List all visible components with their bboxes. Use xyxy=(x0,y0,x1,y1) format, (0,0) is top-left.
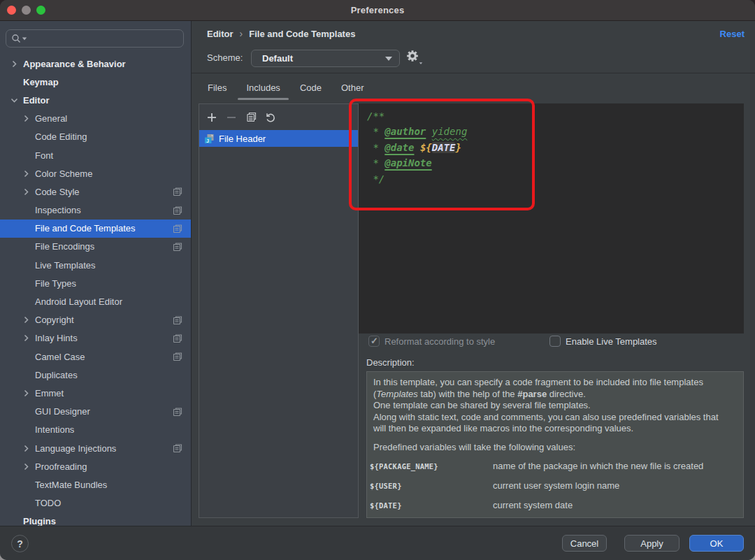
search-history-caret-icon[interactable] xyxy=(22,37,27,40)
minimize-window-button[interactable] xyxy=(22,6,31,15)
live-templates-option[interactable]: ✓ Enable Live Templates xyxy=(549,335,657,347)
chevron-right-icon[interactable] xyxy=(22,389,30,397)
sidebar-item[interactable]: Code Editing xyxy=(0,128,191,146)
variable-row: ${USER} current user system login name xyxy=(370,476,728,496)
sidebar-item[interactable]: Inlay Hints xyxy=(0,329,191,347)
sidebar-item[interactable]: Android Layout Editor xyxy=(0,292,191,310)
template-list-item[interactable]: J File Header xyxy=(199,130,358,147)
chevron-right-icon[interactable] xyxy=(22,115,30,123)
sidebar-item[interactable]: Code Style xyxy=(0,182,191,201)
tab[interactable]: Other xyxy=(333,81,373,100)
sidebar-item[interactable]: Language Injections xyxy=(0,439,191,457)
sidebar-item-label: Camel Case xyxy=(35,352,85,362)
sidebar-item-label: Color Scheme xyxy=(35,168,92,179)
checkmark-icon: ✓ xyxy=(371,336,378,346)
tab[interactable]: Includes xyxy=(238,81,288,100)
search-input[interactable] xyxy=(6,29,184,48)
sidebar-item-label: Live Templates xyxy=(35,260,95,271)
chevron-down-icon[interactable] xyxy=(10,96,18,104)
chevron-right-icon[interactable] xyxy=(22,169,30,178)
variable-description: current user system login name xyxy=(493,480,619,492)
sidebar-item-label: Appearance & Behavior xyxy=(23,59,126,69)
sidebar-item[interactable]: Emmet xyxy=(0,384,191,402)
preferences-window: Preferences Appearance & Behavior xyxy=(0,0,755,560)
description-note: Predefined variables will take the follo… xyxy=(373,442,728,454)
template-code-editor[interactable]: /** * @author yideng * @date ${DATE} * @… xyxy=(359,103,744,333)
sidebar-item[interactable]: Inspections xyxy=(0,201,191,220)
sidebar-item[interactable]: File and Code Templates xyxy=(0,220,191,238)
sidebar-item-label: Font xyxy=(35,150,53,161)
sidebar-item[interactable]: File Encodings xyxy=(0,238,191,256)
gear-caret-icon xyxy=(419,62,422,64)
add-template-button[interactable] xyxy=(202,110,222,125)
ok-button[interactable]: OK xyxy=(689,535,744,552)
reset-link[interactable]: Reset xyxy=(720,29,745,39)
scheme-select[interactable]: Default xyxy=(251,50,400,67)
sidebar-item[interactable]: Font xyxy=(0,146,191,164)
sidebar-item[interactable]: Intentions xyxy=(0,421,191,439)
window-title: Preferences xyxy=(351,5,405,15)
sidebar-item[interactable]: Camel Case xyxy=(0,347,191,366)
breadcrumb-editor[interactable]: Editor xyxy=(207,29,233,39)
chevron-right-icon[interactable] xyxy=(22,316,30,324)
reformat-label: Reformat according to style xyxy=(384,336,495,347)
sidebar-item[interactable]: Keymap xyxy=(0,73,191,91)
templates-toolbar xyxy=(199,104,358,130)
scheme-actions-gear-button[interactable] xyxy=(407,50,422,66)
sidebar-item[interactable]: Duplicates xyxy=(0,366,191,384)
sidebar-item[interactable]: Plugins xyxy=(0,512,191,526)
chevron-right-icon[interactable] xyxy=(22,444,30,452)
live-templates-checkbox[interactable]: ✓ xyxy=(549,336,561,347)
sidebar-item[interactable]: File Types xyxy=(0,274,191,292)
zoom-window-button[interactable] xyxy=(36,6,45,15)
sidebar-item[interactable]: Appearance & Behavior xyxy=(0,55,191,73)
tab[interactable]: Code xyxy=(292,81,330,100)
reformat-option[interactable]: ✓ Reformat according to style xyxy=(368,335,495,347)
code-segment: DATE xyxy=(432,142,456,153)
breadcrumb: Editor › File and Code Templates xyxy=(207,28,355,39)
search-icon xyxy=(11,34,21,43)
help-button[interactable]: ? xyxy=(11,535,29,552)
chevron-right-icon[interactable] xyxy=(22,334,30,343)
sidebar-item[interactable]: Color Scheme xyxy=(0,164,191,182)
sidebar-item[interactable]: Live Templates xyxy=(0,256,191,274)
sidebar-item[interactable]: Editor xyxy=(0,91,191,109)
scheme-label: Scheme: xyxy=(207,52,243,63)
description-text: Along with static text, code and comment… xyxy=(373,412,719,434)
sidebar-item[interactable]: Proofreading xyxy=(0,457,191,475)
footer-buttons: Cancel Apply OK xyxy=(562,535,744,552)
code-segment xyxy=(426,126,431,137)
cancel-button[interactable]: Cancel xyxy=(562,535,607,552)
sidebar-item[interactable]: TODO xyxy=(0,494,191,512)
per-project-setting-icon xyxy=(173,352,182,361)
sidebar-item-label: Android Layout Editor xyxy=(35,296,122,307)
templates-list: J File Header xyxy=(199,130,358,147)
description-paragraph: In this template, you can specify a code… xyxy=(373,377,728,400)
sidebar-item-label: TextMate Bundles xyxy=(35,480,107,490)
description-text: directive. xyxy=(547,389,586,399)
sidebar-item[interactable]: General xyxy=(0,110,191,128)
reset-template-button[interactable] xyxy=(261,110,280,125)
remove-template-button[interactable] xyxy=(222,110,241,125)
sidebar-item[interactable]: TextMate Bundles xyxy=(0,475,191,494)
tab[interactable]: Files xyxy=(199,81,235,100)
chevron-right-icon[interactable] xyxy=(22,462,30,471)
copy-template-button[interactable] xyxy=(241,110,261,125)
sidebar-item[interactable]: Copyright xyxy=(0,311,191,329)
apply-button[interactable]: Apply xyxy=(624,535,680,552)
close-window-button[interactable] xyxy=(7,6,16,15)
sidebar-item[interactable]: GUI Designer xyxy=(0,403,191,421)
chevron-right-icon[interactable] xyxy=(10,59,18,68)
code-segment xyxy=(414,142,419,153)
code-segment: @date xyxy=(384,142,414,153)
per-project-setting-icon xyxy=(173,224,182,234)
reformat-checkbox[interactable]: ✓ xyxy=(368,336,380,347)
code-line: * @author yideng xyxy=(367,124,744,139)
sidebar-item-label: Inlay Hints xyxy=(35,333,78,343)
chevron-right-icon[interactable] xyxy=(22,187,30,196)
sidebar-item-label: File and Code Templates xyxy=(35,223,136,234)
description-paragraphs: In this template, you can specify a code… xyxy=(373,377,728,435)
description-paragraph: Along with static text, code and comment… xyxy=(373,412,728,435)
code-line: */ xyxy=(367,171,744,187)
variable-description: name of the package in which the new fil… xyxy=(493,461,703,473)
